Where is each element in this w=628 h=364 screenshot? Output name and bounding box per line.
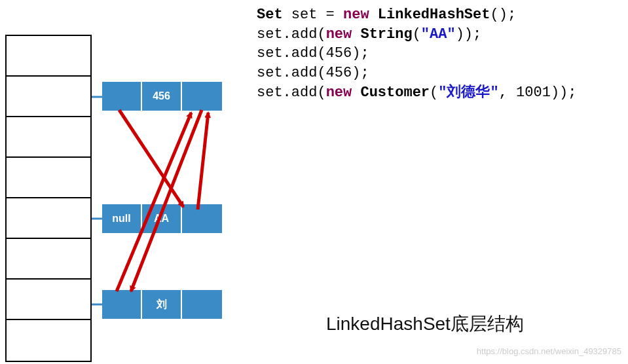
node-value: 456: [142, 82, 182, 111]
node-prev-pointer: [102, 82, 142, 111]
node-next-pointer: [182, 204, 222, 233]
hash-cell: [7, 320, 90, 361]
node-customer: 刘: [102, 290, 222, 319]
hash-cell: [7, 158, 90, 198]
node-next-pointer: [182, 82, 222, 111]
node-value: AA: [142, 204, 182, 233]
node-prev-pointer: [102, 290, 142, 319]
hash-cell: [7, 280, 90, 320]
svg-line-1: [119, 110, 183, 207]
hash-table-array: [5, 35, 92, 362]
svg-line-0: [198, 113, 208, 209]
node-prev-pointer: null: [102, 204, 142, 233]
svg-line-2: [131, 110, 202, 291]
node-456: 456: [102, 82, 222, 111]
diagram-title: LinkedHashSet底层结构: [326, 312, 524, 337]
hash-cell: [7, 36, 90, 77]
node-aa: null AA: [102, 204, 222, 233]
node-next-pointer: [182, 290, 222, 319]
svg-line-3: [117, 113, 191, 291]
node-value: 刘: [142, 290, 182, 319]
hash-cell: [7, 117, 90, 158]
watermark-text: https://blog.csdn.net/weixin_49329785: [477, 346, 621, 356]
code-snippet: Set set = new LinkedHashSet();set.add(ne…: [257, 5, 577, 102]
hash-cell: [7, 239, 90, 280]
hash-cell: [7, 198, 90, 239]
hash-cell: [7, 77, 90, 117]
